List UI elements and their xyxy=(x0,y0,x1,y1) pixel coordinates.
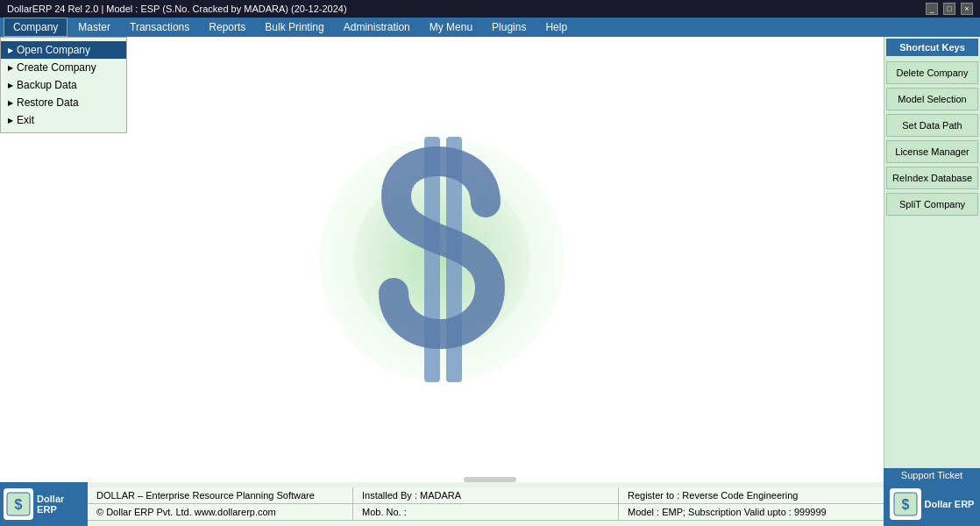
status-installed-by: Installed By : MADARA xyxy=(353,487,619,504)
dollar-erp-brand-left: $ Dollar ERP xyxy=(4,488,84,520)
status-mobile: Mob. No. : xyxy=(353,504,619,521)
split-company-button[interactable]: SpliT Company xyxy=(886,193,978,216)
dropdown-restore-data[interactable]: ▶ Restore Data xyxy=(1,94,126,111)
status-app-name: DOLLAR – Enterprise Resource Planning So… xyxy=(88,487,353,504)
status-register-to: Register to : Reverse Code Engineering xyxy=(619,487,884,504)
dropdown-create-company[interactable]: ▶ Create Company xyxy=(1,59,126,76)
menu-transactions[interactable]: Transactions xyxy=(121,18,198,37)
right-sidebar: Shortcut Keys Delete Company Model Selec… xyxy=(884,37,980,482)
close-button[interactable]: × xyxy=(961,3,973,15)
menu-help[interactable]: Help xyxy=(536,18,576,37)
title-bar: DollarERP 24 Rel 2.0 | Model : ESP (S.No… xyxy=(0,0,980,18)
menu-company[interactable]: Company xyxy=(4,18,67,37)
main-layout: ▶ Open Company ▶ Create Company ▶ Backup… xyxy=(0,37,980,482)
set-data-path-button[interactable]: Set Data Path xyxy=(886,114,978,137)
app-logo xyxy=(319,102,565,417)
dollar-erp-brand-right: $ Dollar ERP xyxy=(890,488,975,520)
arrow-icon: ▶ xyxy=(8,64,13,72)
menu-my-menu[interactable]: My Menu xyxy=(421,18,481,37)
arrow-icon: ▶ xyxy=(8,82,13,89)
svg-text:$: $ xyxy=(15,497,23,512)
status-logo-left: $ Dollar ERP xyxy=(0,482,88,526)
dropdown-exit[interactable]: ▶ Exit xyxy=(1,111,126,129)
app-title: DollarERP 24 Rel 2.0 | Model : ESP (S.No… xyxy=(7,4,347,14)
menu-reports[interactable]: Reports xyxy=(200,18,254,37)
reindex-database-button[interactable]: ReIndex Database xyxy=(886,167,978,189)
status-row-1: DOLLAR – Enterprise Resource Planning So… xyxy=(88,487,884,504)
status-model: Model : EMP; Subscription Valid upto : 9… xyxy=(619,504,884,521)
dropdown-backup-data[interactable]: ▶ Backup Data xyxy=(1,76,126,94)
company-dropdown-menu: ▶ Open Company ▶ Create Company ▶ Backup… xyxy=(0,37,127,133)
erp-brand-name-left: Dollar ERP xyxy=(37,494,84,515)
delete-company-button[interactable]: Delete Company xyxy=(886,61,978,84)
menu-administration[interactable]: Administration xyxy=(335,18,419,37)
arrow-icon: ▶ xyxy=(8,99,13,107)
erp-logo-icon-left: $ xyxy=(4,488,33,520)
license-manager-button[interactable]: License Manager xyxy=(886,140,978,163)
sidebar-header: Shortcut Keys xyxy=(886,39,978,56)
dollar-sign-icon xyxy=(363,119,521,400)
status-logo-right: $ Dollar ERP xyxy=(884,482,980,526)
erp-brand-name-right: Dollar ERP xyxy=(925,499,975,509)
menu-master[interactable]: Master xyxy=(69,18,119,37)
svg-text:$: $ xyxy=(901,497,909,512)
maximize-button[interactable]: □ xyxy=(943,3,955,15)
menu-bulk-printing[interactable]: Bulk Printing xyxy=(256,18,332,37)
main-content-area: ▶ Open Company ▶ Create Company ▶ Backup… xyxy=(0,37,884,482)
support-ticket-label: Support Ticket xyxy=(884,468,980,482)
arrow-icon: ▶ xyxy=(8,46,13,54)
menu-bar: Company Master Transactions Reports Bulk… xyxy=(0,18,980,37)
status-copyright: © Dollar ERP Pvt. Ltd. www.dollarerp.com xyxy=(88,504,353,521)
arrow-icon: ▶ xyxy=(8,117,13,124)
status-row-2: © Dollar ERP Pvt. Ltd. www.dollarerp.com… xyxy=(88,504,884,521)
status-center: DOLLAR – Enterprise Resource Planning So… xyxy=(88,482,884,526)
dropdown-open-company[interactable]: ▶ Open Company xyxy=(1,41,126,59)
status-bar: $ Dollar ERP DOLLAR – Enterprise Resourc… xyxy=(0,482,980,526)
erp-logo-icon-right: $ xyxy=(890,488,921,520)
window-controls: _ □ × xyxy=(926,3,973,15)
menu-plugins[interactable]: Plugins xyxy=(483,18,535,37)
model-selection-button[interactable]: Model Selection xyxy=(886,88,978,110)
minimize-button[interactable]: _ xyxy=(926,3,938,15)
